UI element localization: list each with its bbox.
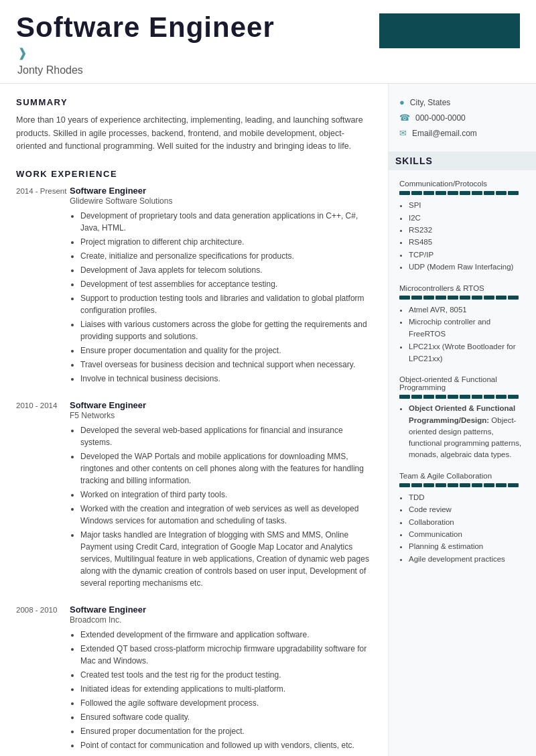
work-item-1: 2014 - Present Software Engineer Glidewi… — [16, 186, 372, 387]
seg — [411, 296, 422, 300]
left-column: SUMMARY More than 10 years of experience… — [0, 84, 389, 756]
work-content-3: Software Engineer Broadcom Inc. Extended… — [70, 605, 372, 753]
skill-item: RS485 — [409, 236, 525, 248]
bullet: Involve in technical business decisions. — [80, 373, 372, 385]
skill-bar-oop — [399, 395, 525, 399]
skills-section: SKILLS Communication/Protocols — [399, 151, 525, 565]
seg — [472, 483, 482, 487]
work-experience-section: WORK EXPERIENCE 2014 - Present Software … — [16, 169, 372, 753]
bullet: Support to production testing tools and … — [80, 292, 372, 316]
main-layout: SUMMARY More than 10 years of experience… — [0, 84, 536, 756]
bullet: Create, initialize and personalize speci… — [80, 250, 372, 262]
skill-item: Communication — [409, 528, 525, 540]
contact-location: ● City, States — [399, 97, 525, 107]
work-item-2: 2010 - 2014 Software Engineer F5 Network… — [16, 400, 372, 591]
bullet: Point of contact for communication and f… — [80, 739, 372, 751]
bullet: Ensure proper documentation and quality … — [80, 344, 372, 357]
bullet: Ensured proper documentation for the pro… — [80, 725, 372, 737]
summary-section: SUMMARY More than 10 years of experience… — [16, 97, 372, 153]
skill-bar-micro — [399, 296, 525, 300]
bullet: Worked on integration of third party too… — [80, 489, 372, 501]
seg — [472, 191, 482, 195]
seg — [411, 395, 422, 399]
header-title-block: Software Engineer ❱ Jonty Rhodes — [16, 12, 366, 76]
bullet: Major tasks handled are Integration of b… — [80, 529, 372, 589]
seg — [399, 296, 410, 300]
work-title-1: Software Engineer — [70, 186, 372, 196]
skill-items-communication: SPI I2C RS232 RS485 TCP/IP UDP (Modem Ra… — [399, 199, 525, 273]
skill-item: Code review — [409, 503, 525, 515]
contact-phone-text: 000-000-0000 — [415, 113, 466, 123]
seg — [399, 483, 410, 487]
seg — [496, 483, 507, 487]
seg — [460, 296, 470, 300]
seg — [436, 296, 446, 300]
seg — [436, 483, 446, 487]
skills-title: SKILLS — [389, 151, 536, 170]
work-bullets-2: Developed the several web-based applicat… — [70, 424, 372, 589]
skill-group-name-micro: Microcontrollers & RTOS — [399, 284, 525, 292]
seg — [411, 483, 422, 487]
summary-title: SUMMARY — [16, 97, 372, 107]
summary-text: More than 10 years of experience archite… — [16, 114, 372, 153]
work-dates-2: 2010 - 2014 — [16, 400, 70, 591]
seg — [460, 191, 470, 195]
bullet: Development of test assemblies for accep… — [80, 278, 372, 290]
contact-phone: ☎ 000-000-0000 — [399, 113, 525, 123]
bullet: Followed the agile software development … — [80, 697, 372, 709]
skill-item: Planning & estimation — [409, 540, 525, 552]
seg — [484, 395, 494, 399]
skill-group-micro: Microcontrollers & RTOS Atmel AVR, 8051 … — [399, 284, 525, 365]
chevron-icon: ❱ — [16, 46, 366, 60]
skill-group-name-oop: Object-oriented & Functional Programming — [399, 375, 525, 391]
skill-item: Microchip controller and FreeRTOS — [409, 316, 525, 340]
seg — [448, 483, 458, 487]
skill-bar-agile — [399, 483, 525, 487]
skill-group-oop: Object-oriented & Functional Programming… — [399, 375, 525, 460]
skill-item-bold: Object Oriented & Functional Programming… — [409, 403, 525, 460]
seg — [496, 395, 507, 399]
right-column: ● City, States ☎ 000-000-0000 ✉ Email@em… — [389, 84, 536, 756]
seg — [508, 395, 519, 399]
work-bullets-1: Development of proprietary tools and dat… — [70, 210, 372, 385]
seg — [508, 191, 519, 195]
seg — [423, 483, 434, 487]
seg — [508, 296, 519, 300]
candidate-name: Jonty Rhodes — [16, 64, 366, 76]
seg — [484, 191, 494, 195]
bullet: Development of Java applets for telecom … — [80, 264, 372, 276]
bullet: Ensured software code quality. — [80, 711, 372, 723]
contact-email-text: Email@email.com — [412, 129, 477, 138]
seg — [484, 296, 494, 300]
work-company-3: Broadcom Inc. — [70, 615, 372, 625]
accent-box — [379, 13, 520, 48]
bullet: Extended QT based cross-platform microch… — [80, 643, 372, 667]
work-dates-1: 2014 - Present — [16, 186, 70, 387]
seg — [448, 395, 458, 399]
skill-item: TCP/IP — [409, 249, 525, 261]
seg — [436, 191, 446, 195]
skill-items-oop: Object Oriented & Functional Programming… — [399, 403, 525, 460]
bullet: Development of proprietary tools and dat… — [80, 210, 372, 234]
seg — [496, 191, 507, 195]
skill-item: Agile development practices — [409, 553, 525, 565]
work-item-3: 2008 - 2010 Software Engineer Broadcom I… — [16, 605, 372, 753]
work-experience-title: WORK EXPERIENCE — [16, 169, 372, 179]
skill-items-micro: Atmel AVR, 8051 Microchip controller and… — [399, 304, 525, 365]
skill-item: Collaboration — [409, 516, 525, 528]
bullet: Initiated ideas for extending applicatio… — [80, 683, 372, 695]
seg — [399, 395, 410, 399]
skill-item: RS232 — [409, 224, 525, 236]
skill-item: TDD — [409, 491, 525, 503]
bullet: Extended development of the firmware and… — [80, 629, 372, 641]
location-icon: ● — [399, 97, 405, 107]
skill-item: LPC21xx (Wrote Bootloader for LPC21xx) — [409, 340, 525, 365]
skill-item: I2C — [409, 212, 525, 224]
email-icon: ✉ — [399, 128, 407, 138]
seg — [436, 395, 446, 399]
bullet: Created test tools and the test rig for … — [80, 669, 372, 681]
skill-item: SPI — [409, 199, 525, 211]
skill-item: Atmel AVR, 8051 — [409, 304, 525, 316]
skill-items-agile: TDD Code review Collaboration Communicat… — [399, 491, 525, 565]
work-title-2: Software Engineer — [70, 400, 372, 410]
